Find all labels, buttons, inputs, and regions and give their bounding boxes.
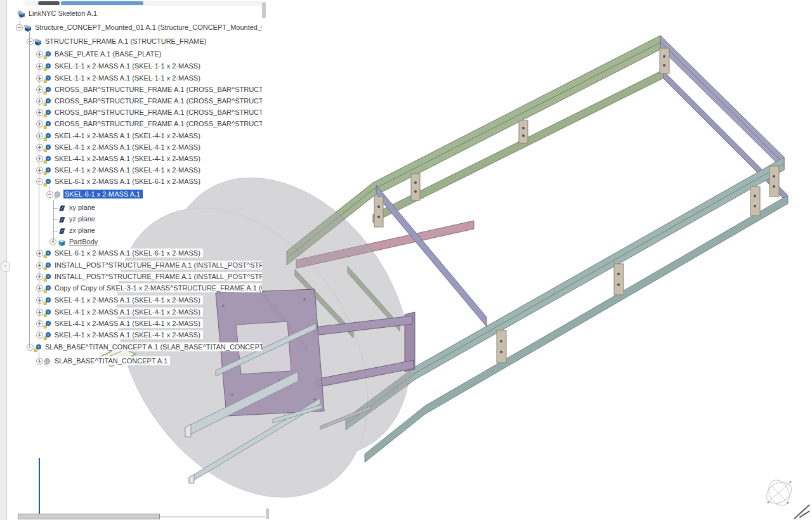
bottom-scrollbar-track[interactable] — [160, 516, 265, 517]
3d-compass[interactable] — [763, 477, 795, 509]
tree-row-label[interactable]: SKEL-6-1 x 2-MASS A.1 (SKEL-6-1 x 2-MASS… — [53, 249, 203, 257]
expand-toggle-icon[interactable]: + — [36, 320, 43, 327]
tree-connector-stub — [53, 231, 58, 231]
part-icon — [43, 132, 51, 140]
expand-toggle-icon[interactable]: + — [36, 133, 43, 140]
tree-row-label[interactable]: CROSS_BAR^STRUCTURE_FRAME A.1 (CROSS_BAR… — [53, 85, 262, 94]
expand-toggle-icon[interactable]: + — [36, 297, 43, 304]
bottom-scrollbar-thumb[interactable] — [18, 514, 160, 519]
tree-vertical-scrollbar-thumb[interactable] — [262, 2, 266, 18]
part-icon — [34, 343, 42, 351]
tree-row-label[interactable]: SKEL-6-1 x 2-MASS A.1 — [63, 190, 143, 198]
plane-icon — [58, 204, 66, 212]
part-icon — [43, 97, 51, 105]
expand-toggle-icon[interactable]: + — [36, 120, 43, 127]
tree-row-label[interactable]: SLAB_BASE^TITAN_CONCEPT A.1 (SLAB_BASE^T… — [44, 342, 262, 351]
expand-toggle-icon[interactable]: + — [36, 75, 43, 82]
tree-row-label[interactable]: LinkNYC Skeleton A.1 — [27, 9, 100, 18]
root-icon — [17, 10, 25, 18]
product-icon — [23, 23, 32, 32]
plane-icon — [58, 226, 66, 235]
part-icon — [43, 155, 51, 163]
expand-toggle-icon[interactable]: + — [36, 262, 43, 269]
tree-connector-stub — [53, 208, 58, 209]
expand-toggle-icon[interactable]: + — [36, 86, 43, 93]
tree-row-label[interactable]: PartBody — [68, 237, 100, 246]
part-icon — [43, 331, 51, 339]
tree-row-label[interactable]: SKEL-4-1 x 2-MASS A.1 (SKEL-4-1 x 2-MASS… — [53, 296, 203, 304]
expand-toggle-icon[interactable]: + — [36, 144, 43, 151]
tree-connector-line — [20, 14, 20, 28]
part-icon — [43, 308, 51, 316]
expand-toggle-icon[interactable]: + — [36, 309, 43, 316]
top-scrollbar-thumb[interactable] — [61, 1, 143, 5]
tree-row-label[interactable]: SKEL-6-1 x 2-MASS A.1 (SKEL-6-1 x 2-MASS… — [53, 177, 203, 186]
part-icon — [43, 249, 51, 257]
tree-row-label[interactable]: SKEL-4-1 x 2-MASS A.1 (SKEL-4-1 x 2-MASS… — [53, 143, 203, 152]
specification-tree[interactable]: LinkNYC Skeleton A.1−Structure_CONCEPT_M… — [0, 0, 262, 520]
expand-toggle-icon[interactable]: + — [36, 155, 43, 162]
part-icon — [43, 74, 51, 82]
tree-row-label[interactable]: zx plane — [68, 226, 98, 235]
tree-row-label[interactable]: SLAB_BASE^TITAN_CONCEPT A.1 — [53, 356, 170, 365]
tree-connector-line — [29, 32, 30, 348]
application-window: ‹ LinkNYC Skeleton A.1−Structure_CONCEPT… — [0, 0, 812, 520]
tree-row-label[interactable]: xy plane — [68, 203, 98, 212]
expand-toggle-icon[interactable]: + — [36, 63, 43, 70]
part-icon — [43, 62, 51, 70]
tree-connector-line — [39, 351, 39, 361]
part-icon — [43, 120, 51, 128]
tree-row-label[interactable]: SKEL-4-1 x 2-MASS A.1 (SKEL-4-1 x 2-MASS… — [53, 330, 203, 339]
tree-row-label[interactable]: yz plane — [68, 214, 98, 223]
expand-toggle-icon[interactable]: + — [36, 358, 43, 365]
tree-row-label[interactable]: SKEL-4-1 x 2-MASS A.1 (SKEL-4-1 x 2-MASS… — [53, 308, 203, 316]
tree-row-label[interactable]: Copy of Copy of SKEL-3-1 x 2-MASS^STRUCT… — [53, 283, 262, 292]
expand-toggle-icon[interactable]: + — [36, 109, 43, 116]
plane-icon — [58, 215, 66, 223]
tree-row-label[interactable]: STRUCTURE_FRAME A.1 (STRUCTURE_FRAME) — [44, 37, 209, 46]
tree-row-label[interactable]: SKEL-4-1 x 2-MASS A.1 (SKEL-4-1 x 2-MASS… — [53, 166, 203, 174]
part-icon — [43, 108, 51, 117]
tree-row-label[interactable]: INSTALL_POST^STRUCTURE_FRAME A.1 (INSTAL… — [53, 261, 262, 270]
tree-connector-line — [39, 46, 39, 335]
collapse-panel-button[interactable]: ‹ — [1, 261, 10, 272]
tree-row-label[interactable]: BASE_PLATE A.1 (BASE_PLATE) — [53, 49, 164, 58]
tree-row-label[interactable]: SKEL-1-1 x 2-MASS A.1 (SKEL-1-1 x 2-MASS… — [53, 62, 203, 70]
tree-row-label[interactable]: SKEL-4-1 x 2-MASS A.1 (SKEL-4-1 x 2-MASS… — [53, 154, 203, 163]
collapse-toggle-icon[interactable]: − — [27, 344, 34, 351]
top-scrollbar-dark-segment[interactable] — [38, 1, 60, 5]
tree-row[interactable]: −Structure_CONCEPT_Mounted_01 A.1 (Struc… — [0, 23, 262, 33]
expand-toggle-icon[interactable]: + — [36, 98, 43, 105]
part-icon — [43, 143, 51, 152]
tree-row-label[interactable]: Structure_CONCEPT_Mounted_01 A.1 (Struct… — [34, 23, 262, 32]
tree-row-label[interactable]: SKEL-1-1 x 2-MASS A.1 (SKEL-1-1 x 2-MASS… — [53, 74, 203, 82]
tree-connector-line — [53, 200, 54, 242]
tree-row-label[interactable]: CROSS_BAR^STRUCTURE_FRAME A.1 (CROSS_BAR… — [53, 119, 262, 128]
tree-vertical-scrollbar-bottom[interactable] — [266, 509, 269, 519]
collapse-toggle-icon[interactable]: − — [36, 178, 43, 185]
expand-toggle-icon[interactable]: + — [36, 167, 43, 174]
tree-row-label[interactable]: SKEL-4-1 x 2-MASS A.1 (SKEL-4-1 x 2-MASS… — [53, 319, 203, 328]
expand-toggle-icon[interactable]: + — [36, 332, 43, 339]
expand-toggle-icon[interactable]: + — [36, 285, 43, 292]
tree-row[interactable]: LinkNYC Skeleton A.1 — [0, 9, 262, 19]
tree-row-label[interactable]: CROSS_BAR^STRUCTURE_FRAME A.1 (CROSS_BAR… — [53, 108, 262, 117]
part-icon — [43, 284, 51, 292]
expand-toggle-icon[interactable]: + — [36, 51, 43, 58]
part-icon — [43, 296, 51, 304]
part-icon — [43, 320, 51, 328]
expand-toggle-icon[interactable]: + — [36, 273, 43, 280]
tree-connector-stub — [53, 219, 58, 220]
part-icon — [43, 273, 51, 281]
body-icon — [58, 238, 66, 246]
tree-row-label[interactable]: INSTALL_POST^STRUCTURE_FRAME A.1 (INSTAL… — [53, 272, 262, 281]
expand-toggle-icon[interactable]: + — [36, 250, 43, 257]
part-icon — [43, 261, 51, 270]
part-icon — [43, 166, 51, 174]
panel-edge-strip — [0, 0, 7, 520]
tree-row-label[interactable]: SKEL-4-1 x 2-MASS A.1 (SKEL-4-1 x 2-MASS… — [53, 131, 203, 140]
part-icon — [43, 178, 51, 186]
tree-row-label[interactable]: CROSS_BAR^STRUCTURE_FRAME A.1 (CROSS_BAR… — [53, 96, 262, 105]
collapse-toggle-icon[interactable]: − — [27, 38, 34, 45]
part-icon — [43, 86, 51, 94]
